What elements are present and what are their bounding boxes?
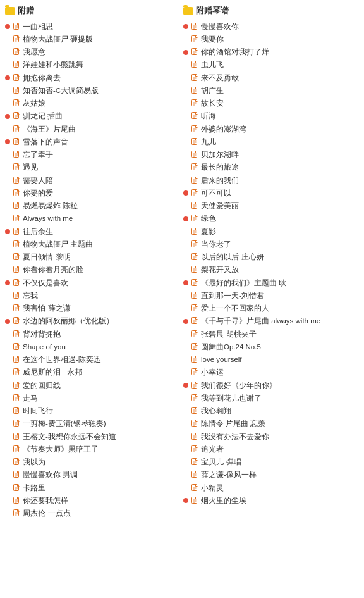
- item-label: 忘我: [23, 290, 38, 301]
- list-item[interactable]: Shape of you: [5, 340, 181, 353]
- list-item[interactable]: 卡路里: [5, 482, 181, 494]
- file-icon: [190, 330, 199, 339]
- list-item[interactable]: 走马: [5, 392, 181, 404]
- dot-placeholder: [5, 255, 10, 260]
- list-item[interactable]: 我以为: [5, 456, 181, 469]
- list-item[interactable]: 故长安: [183, 97, 359, 110]
- list-item[interactable]: 薛之谦-像风一样: [183, 469, 359, 482]
- item-label: 外婆的澎湖湾: [201, 124, 246, 135]
- list-item[interactable]: 当你老了: [183, 238, 359, 251]
- list-item[interactable]: 陈情令 片尾曲 忘羡: [183, 418, 359, 430]
- dot-placeholder: [183, 204, 188, 209]
- dot-placeholder: [5, 101, 10, 106]
- list-item[interactable]: 最长的旅途: [183, 161, 359, 174]
- list-item[interactable]: 绿色: [183, 213, 359, 225]
- list-item[interactable]: 慢慢喜欢你 男调: [5, 469, 181, 482]
- file-icon: [190, 163, 199, 172]
- list-item[interactable]: 我等到花儿也谢了: [183, 392, 359, 404]
- list-item[interactable]: 张碧晨-胡桃夹子: [183, 328, 359, 340]
- list-item[interactable]: 外婆的澎湖湾: [183, 123, 359, 135]
- list-item[interactable]: 以后的以后-庄心妍: [183, 251, 359, 264]
- list-item[interactable]: 小幸运: [183, 366, 359, 379]
- list-item[interactable]: 遇见: [5, 161, 181, 174]
- list-item[interactable]: 我要你: [183, 33, 359, 46]
- list-item[interactable]: 在这个世界相遇-陈奕迅: [5, 354, 181, 366]
- list-item[interactable]: 夏日倾情-黎明: [5, 251, 181, 264]
- list-item[interactable]: 圆舞曲Op.24 No.5: [183, 340, 359, 353]
- list-item[interactable]: 《最好的我们》主题曲 耿: [183, 277, 359, 289]
- list-item[interactable]: 一曲相思: [5, 20, 181, 33]
- file-icon: [190, 356, 199, 364]
- list-item[interactable]: 威尼斯的泪 - 永邦: [5, 366, 181, 379]
- list-item[interactable]: 水边的阿狄丽娜（优化版）: [5, 315, 181, 328]
- dot-placeholder: [183, 178, 188, 183]
- list-item[interactable]: 易燃易爆炸 陈粒: [5, 200, 181, 213]
- list-item[interactable]: 烟火里的尘埃: [183, 494, 359, 507]
- list-item[interactable]: 周杰伦-一点点: [5, 508, 181, 520]
- list-item[interactable]: 忘我: [5, 289, 181, 302]
- file-icon: [12, 342, 21, 351]
- list-item[interactable]: 贝加尔湖畔: [183, 149, 359, 161]
- list-item[interactable]: 我们很好《少年的你》: [183, 379, 359, 392]
- list-item[interactable]: 听海: [183, 110, 359, 123]
- file-icon: [12, 317, 21, 326]
- list-item[interactable]: 我愿意: [5, 46, 181, 59]
- list-item[interactable]: 我心翱翔: [183, 405, 359, 418]
- list-item[interactable]: 我没有办法不去爱你: [183, 430, 359, 443]
- list-item[interactable]: 《节奏大师》黑暗王子: [5, 443, 181, 456]
- list-item[interactable]: 追光者: [183, 443, 359, 456]
- list-item[interactable]: 你的酒馆对我打了烊: [183, 46, 359, 59]
- list-item[interactable]: 爱上一个不回家的人: [183, 302, 359, 315]
- list-item[interactable]: 背对背拥抱: [5, 328, 181, 340]
- list-item[interactable]: 驯龙记 插曲: [5, 110, 181, 123]
- file-icon: [12, 407, 21, 416]
- list-item[interactable]: 不仅仅是喜欢: [5, 277, 181, 289]
- list-item[interactable]: 往后余生: [5, 225, 181, 238]
- list-item[interactable]: 爱的回归线: [5, 379, 181, 392]
- dot-placeholder: [5, 293, 10, 298]
- list-item[interactable]: 梨花开又放: [183, 264, 359, 277]
- list-item[interactable]: 天使爱美丽: [183, 200, 359, 213]
- folder-icon-right: [183, 7, 193, 15]
- list-item[interactable]: 你还要我怎样: [5, 494, 181, 507]
- list-item[interactable]: 可不可以: [183, 187, 359, 199]
- list-item[interactable]: 我害怕-薛之谦: [5, 302, 181, 315]
- list-item[interactable]: 忘了牵手: [5, 149, 181, 161]
- list-item[interactable]: 灰姑娘: [5, 97, 181, 110]
- list-item[interactable]: 慢慢喜欢你: [183, 20, 359, 33]
- list-item[interactable]: Always with me: [5, 213, 181, 225]
- list-item[interactable]: 洋娃娃和小熊跳舞: [5, 59, 181, 72]
- list-item[interactable]: 夏影: [183, 225, 359, 238]
- list-item[interactable]: 时间飞行: [5, 405, 181, 418]
- item-label: 可不可以: [201, 188, 231, 199]
- list-item[interactable]: 知否知否-C大调简易版: [5, 84, 181, 97]
- list-item[interactable]: 你看你看月亮的脸: [5, 264, 181, 277]
- item-label: 我没有办法不去爱你: [201, 432, 269, 442]
- list-item[interactable]: 《千与千寻》片尾曲 always with me: [183, 315, 359, 328]
- list-item[interactable]: 宝贝儿-弹唱: [183, 456, 359, 469]
- list-item[interactable]: 虫儿飞: [183, 59, 359, 72]
- left-header: 附赠: [5, 5, 181, 16]
- item-label: 我害怕-薛之谦: [23, 303, 71, 314]
- list-item[interactable]: 直到那一天-刘惜君: [183, 289, 359, 302]
- list-item[interactable]: 九儿: [183, 135, 359, 148]
- list-item[interactable]: 王榕文-我想你永远不会知道: [5, 430, 181, 443]
- list-item[interactable]: 你要的爱: [5, 187, 181, 199]
- list-item[interactable]: 雪落下的声音: [5, 135, 181, 148]
- list-item[interactable]: 后来的我们: [183, 174, 359, 187]
- list-item[interactable]: 植物大战僵尸 主题曲: [5, 238, 181, 251]
- list-item[interactable]: 一剪梅-费玉清(钢琴独奏): [5, 418, 181, 430]
- list-item[interactable]: 植物大战僵尸 砸提版: [5, 33, 181, 46]
- dot-placeholder: [183, 332, 188, 337]
- dot-placeholder: [183, 242, 188, 247]
- list-item[interactable]: 来不及勇敢: [183, 72, 359, 84]
- list-item[interactable]: 拥抱你离去: [5, 72, 181, 84]
- list-item[interactable]: 胡广生: [183, 84, 359, 97]
- list-item[interactable]: 《海王》片尾曲: [5, 123, 181, 135]
- list-item[interactable]: 小精灵: [183, 482, 359, 494]
- list-item[interactable]: love yourself: [183, 354, 359, 366]
- list-item[interactable]: 需要人陪: [5, 174, 181, 187]
- item-label: 你的酒馆对我打了烊: [201, 47, 269, 58]
- item-label: 张碧晨-胡桃夹子: [201, 329, 257, 340]
- dot-placeholder: [5, 473, 10, 478]
